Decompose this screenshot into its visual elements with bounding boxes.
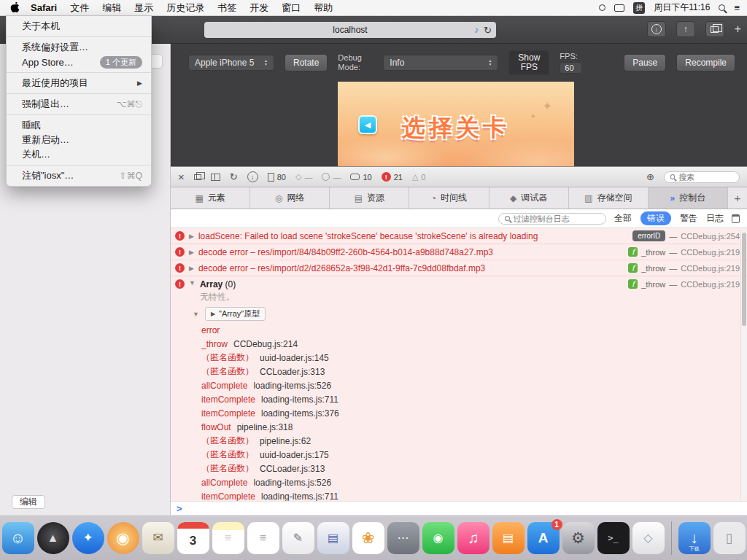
menubar-item-bookmarks[interactable]: 书签 xyxy=(211,1,243,15)
filter-scope[interactable]: 警告 xyxy=(680,212,697,225)
stack-frame[interactable]: （匿名函数）uuid-loader.js:145 xyxy=(171,351,747,365)
display-mirroring-icon[interactable] xyxy=(614,4,624,12)
frame-location[interactable]: loading-items.js:526 xyxy=(253,381,331,391)
frame-location[interactable]: CCLoader.js:313 xyxy=(260,464,325,474)
apple-menu-item-log-out[interactable]: 注销"iosx"…⇧⌘Q xyxy=(7,168,151,183)
menubar-item-view[interactable]: 显示 xyxy=(128,1,160,15)
frame-location[interactable]: loading-items.js:711 xyxy=(261,491,338,502)
prototype-row[interactable]: ▼▶"Array"原型 xyxy=(171,305,747,323)
error-count[interactable]: !21 xyxy=(382,172,403,182)
menubar-item-help[interactable]: 帮助 xyxy=(307,1,339,15)
apple-menu-item-recent-items[interactable]: 最近使用的项目▶ xyxy=(7,76,151,90)
apple-menu-item-app-store[interactable]: App Store…1 个更新 xyxy=(7,55,151,69)
dock-textedit[interactable]: ✎ xyxy=(282,522,314,554)
dock-mail[interactable]: ✉ xyxy=(142,522,174,554)
frame-location[interactable]: uuid-loader.js:175 xyxy=(260,450,329,460)
downloads-button[interactable]: ↓ xyxy=(647,21,666,37)
notification-center-icon[interactable]: ≡ xyxy=(734,2,740,13)
dock-notes[interactable]: ≡ xyxy=(212,522,244,554)
menubar-item-develop[interactable]: 开发 xyxy=(243,1,275,15)
apple-menu-item-system-preferences[interactable]: 系统偏好设置… xyxy=(7,40,151,55)
rotate-button[interactable]: Rotate xyxy=(285,54,328,71)
frame-location[interactable]: CCLoader.js:313 xyxy=(260,367,325,377)
apple-menu-item-force-quit[interactable]: 强制退出…⌥⌘⎋ xyxy=(7,97,151,112)
menubar-clock[interactable]: 周日下午11:16 xyxy=(654,1,710,14)
menubar-item-history[interactable]: 历史记录 xyxy=(160,1,211,15)
dock-trash[interactable]: ▯ xyxy=(713,522,746,554)
scrollbar-thumb[interactable] xyxy=(742,233,746,326)
menubar-item-window[interactable]: 窗口 xyxy=(275,1,307,15)
apple-menu-item-shut-down[interactable]: 关机… xyxy=(7,147,151,162)
tab-resources[interactable]: ▤资源 xyxy=(330,187,409,209)
filter-scope[interactable]: 日志 xyxy=(706,212,724,225)
tab-debugger[interactable]: ◆调试器 xyxy=(489,187,569,209)
dock-books[interactable]: ▤ xyxy=(492,522,525,554)
warning-count[interactable]: △0 xyxy=(412,172,426,182)
load-time-stat[interactable]: — xyxy=(322,173,341,182)
frame-location[interactable]: pipeline.js:62 xyxy=(260,436,311,446)
dock-music[interactable]: ♫ xyxy=(457,522,489,554)
tab-elements[interactable]: ▦元素 xyxy=(171,187,250,209)
reload-icon[interactable]: ↻ xyxy=(230,171,238,182)
apple-menu-icon[interactable] xyxy=(10,2,20,13)
share-button[interactable]: ↑ xyxy=(676,21,695,37)
recompile-button[interactable]: Recompile xyxy=(676,54,735,71)
console-message-count[interactable]: 10 xyxy=(350,173,371,182)
disclosure-triangle-icon[interactable]: ▼ xyxy=(193,311,199,318)
source-link[interactable]: CCDebug.js:219 xyxy=(681,280,740,289)
console-scrollbar[interactable] xyxy=(740,230,746,500)
dock-dictionary[interactable]: ▤ xyxy=(317,522,349,554)
tab-storage[interactable]: ▥存储空间 xyxy=(569,187,649,209)
prototype-token[interactable]: ▶"Array"原型 xyxy=(205,307,266,321)
dock-launchpad[interactable]: ▲ xyxy=(37,522,69,554)
source-link[interactable]: CCDebug.js:219 xyxy=(681,264,740,273)
dock-finder[interactable]: ☺ xyxy=(2,522,34,554)
dock-messages[interactable]: ⋯ xyxy=(387,522,419,554)
console-prompt[interactable]: > xyxy=(171,501,747,515)
layout-stat[interactable]: ◇— xyxy=(295,172,312,182)
tab-timelines[interactable]: ◔时间线 xyxy=(409,187,489,209)
frame-location[interactable]: loading-items.js:526 xyxy=(253,478,331,488)
detach-inspector-icon[interactable] xyxy=(194,174,201,180)
stack-frame[interactable]: itemCompleteloading-items.js:711 xyxy=(171,489,747,501)
stack-frame[interactable]: flowOutpipeline.js:318 xyxy=(171,420,747,434)
console-filter-input[interactable] xyxy=(498,213,606,225)
source-link[interactable]: CCDebug.js:254 xyxy=(681,232,740,241)
dock-app-generic[interactable]: ◇ xyxy=(632,522,665,554)
stack-frame[interactable]: itemCompleteloading-items.js:376 xyxy=(171,406,747,420)
apple-menu-item-restart[interactable]: 重新启动… xyxy=(7,133,151,147)
audio-playing-icon[interactable]: ♪ xyxy=(474,25,479,35)
disclosure-triangle-icon[interactable]: ▶ xyxy=(189,249,194,256)
status-dot-icon[interactable] xyxy=(599,4,605,11)
apple-menu-item-sleep[interactable]: 睡眠 xyxy=(7,118,151,133)
console-entry[interactable]: !▶decode error – res/import/d2/d268652a-… xyxy=(171,260,747,276)
dock-terminal[interactable]: >_ xyxy=(597,522,630,554)
menubar-item-edit[interactable]: 编辑 xyxy=(96,1,128,15)
filter-scope[interactable]: 错误 xyxy=(640,211,671,225)
device-select[interactable]: Apple iPhone 5 ▲▼ xyxy=(188,55,274,71)
inspector-search-field[interactable] xyxy=(664,171,740,183)
new-tab-button[interactable]: + xyxy=(735,23,741,36)
stack-frame[interactable]: allCompleteloading-items.js:526 xyxy=(171,475,747,489)
element-picker-icon[interactable]: ⊕ xyxy=(646,171,654,182)
stack-frame[interactable]: （匿名函数）uuid-loader.js:175 xyxy=(171,448,747,462)
tab-overview-button[interactable] xyxy=(705,21,724,37)
add-tab-button[interactable]: + xyxy=(728,187,747,209)
show-fps-button[interactable]: Show FPS xyxy=(508,50,549,75)
dock-reminders[interactable]: ≡ xyxy=(247,522,279,554)
debug-info-select[interactable]: Info ▲▼ xyxy=(383,55,498,71)
menubar-item-file[interactable]: 文件 xyxy=(63,1,96,15)
disclosure-triangle-icon[interactable]: ▶ xyxy=(189,233,194,240)
dock-downloads[interactable]: ↓下载 xyxy=(678,522,711,554)
dock-appstore[interactable]: A1 xyxy=(527,522,560,554)
dock-safari[interactable]: ✦ xyxy=(72,522,104,554)
stack-frame[interactable]: _throwCCDebug.js:214 xyxy=(171,337,747,351)
pause-button[interactable]: Pause xyxy=(624,54,666,71)
disclosure-triangle-icon[interactable]: ▼ xyxy=(189,279,196,287)
frame-location[interactable]: loading-items.js:376 xyxy=(261,408,339,419)
spotlight-search-icon[interactable] xyxy=(719,4,725,11)
frame-location[interactable]: uuid-loader.js:145 xyxy=(260,353,329,363)
apple-menu-item-about[interactable]: 关于本机 xyxy=(7,19,151,34)
dock-photos[interactable]: ❀ xyxy=(352,522,384,554)
frame-location[interactable]: loading-items.js:711 xyxy=(261,394,338,405)
